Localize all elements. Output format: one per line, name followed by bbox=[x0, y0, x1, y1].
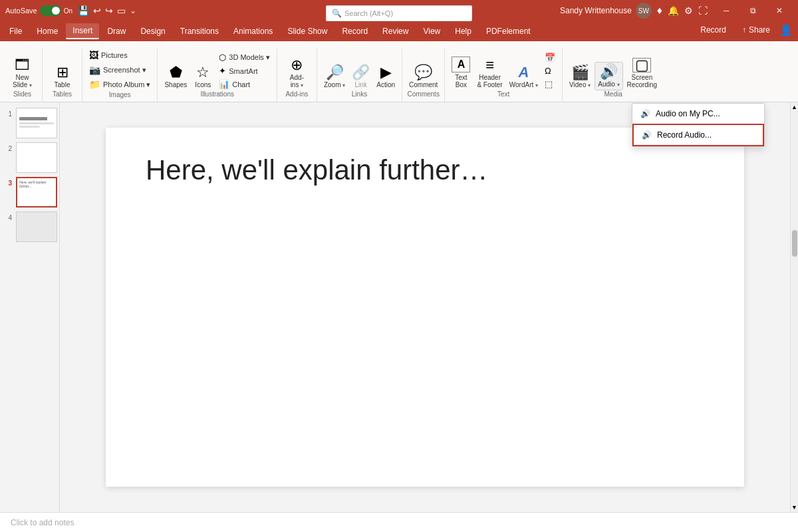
link-button[interactable]: 🔗 Link bbox=[349, 63, 372, 90]
autosave-toggle[interactable]: AutoSave On bbox=[5, 5, 72, 16]
tables-group-label: Tables bbox=[47, 90, 78, 99]
slide-img-4 bbox=[16, 211, 57, 242]
pictures-button[interactable]: 🖼 Pictures bbox=[86, 49, 130, 62]
slide-canvas[interactable]: Here, we'll explain further… bbox=[106, 128, 744, 487]
wordart-button[interactable]: A WordArt ▾ bbox=[507, 63, 541, 90]
record-audio-label: Record Audio... bbox=[657, 130, 712, 140]
screen-recording-button[interactable]: ▢ ScreenRecording bbox=[624, 56, 660, 90]
slide-thumb-4[interactable]: 4 bbox=[4, 211, 55, 242]
main-area: 1 2 3 Here, we'll explain further... bbox=[0, 102, 798, 512]
icons-button[interactable]: ☆ Icons bbox=[192, 63, 213, 90]
diamond-icon[interactable]: ♦ bbox=[657, 5, 662, 17]
icons-icon: ☆ bbox=[196, 65, 209, 80]
audio-dropdown: 🔊 Audio on My PC... 🔊 Record Audio... bbox=[632, 103, 765, 147]
ribbon-items-links: 🔎 Zoom ▾ 🔗 Link ▶ Action bbox=[321, 49, 398, 90]
addins-group-label: Add-ins bbox=[281, 90, 313, 99]
slides-group-label: Slides bbox=[7, 90, 38, 99]
customize-icon[interactable]: ⌄ bbox=[130, 6, 136, 15]
menu-review[interactable]: Review bbox=[376, 24, 415, 39]
slide-thumb-3[interactable]: 3 Here, we'll explain further... bbox=[4, 177, 55, 207]
ribbon-items-illustrations: ⬟ Shapes ☆ Icons ⬡ 3D Models ▾ ✦ SmartAr… bbox=[162, 49, 272, 90]
settings-icon[interactable]: ⚙ bbox=[684, 5, 693, 16]
menu-pdfelement[interactable]: PDFelement bbox=[479, 24, 537, 39]
zoom-button[interactable]: 🔎 Zoom ▾ bbox=[321, 63, 348, 90]
notes-bar[interactable]: Click to add notes bbox=[0, 512, 798, 532]
search-icon: 🔍 bbox=[332, 9, 342, 18]
search-bar[interactable]: 🔍 Search (Alt+Q) bbox=[326, 5, 472, 21]
bell-icon[interactable]: 🔔 bbox=[668, 5, 679, 16]
save-icon[interactable]: 💾 bbox=[78, 5, 89, 16]
slide-img-1 bbox=[16, 108, 57, 138]
menu-insert[interactable]: Insert bbox=[66, 23, 99, 39]
present-icon[interactable]: ▭ bbox=[117, 5, 126, 16]
chart-label: Chart bbox=[232, 80, 250, 88]
slide-img-3: Here, we'll explain further... bbox=[16, 177, 57, 207]
ribbon-group-comments: 💬 Comment Comments bbox=[402, 49, 445, 102]
fullscreen-icon[interactable]: ⛶ bbox=[698, 5, 708, 16]
restore-button[interactable]: ⧉ bbox=[739, 0, 766, 21]
slide-num-2: 2 bbox=[4, 145, 12, 152]
title-bar-right: Sandy Writtenhouse SW ♦ 🔔 ⚙ ⛶ ─ ⧉ ✕ bbox=[560, 0, 793, 21]
record-button[interactable]: Record bbox=[686, 23, 733, 37]
shapes-button[interactable]: ⬟ Shapes bbox=[162, 63, 190, 90]
minimize-button[interactable]: ─ bbox=[713, 0, 739, 21]
menu-file[interactable]: File bbox=[3, 24, 29, 39]
undo-icon[interactable]: ↩ bbox=[93, 5, 101, 16]
action-button[interactable]: ▶ Action bbox=[374, 63, 398, 90]
scrollbar-thumb bbox=[792, 230, 797, 257]
video-button[interactable]: 🎬 Video ▾ bbox=[567, 63, 593, 90]
menu-design[interactable]: Design bbox=[134, 24, 172, 39]
header-footer-button[interactable]: ≡ Header& Footer bbox=[474, 56, 505, 90]
menu-draw[interactable]: Draw bbox=[100, 24, 132, 39]
new-slide-button[interactable]: 🗔 NewSlide ▾ bbox=[10, 56, 35, 90]
link-label: Link bbox=[355, 81, 367, 88]
ribbon-items-slides: 🗔 NewSlide ▾ bbox=[7, 49, 38, 90]
symbols-button[interactable]: Ω bbox=[542, 65, 558, 77]
redo-icon[interactable]: ↪ bbox=[105, 5, 113, 16]
audio-button[interactable]: 🔊 Audio ▾ bbox=[595, 62, 622, 90]
object-button[interactable]: ⬚ bbox=[542, 78, 558, 90]
photo-album-button[interactable]: 📁 Photo Album ▾ bbox=[86, 78, 153, 91]
menu-home[interactable]: Home bbox=[30, 24, 65, 39]
audio-on-pc-item[interactable]: 🔊 Audio on My PC... bbox=[632, 104, 764, 124]
slide-thumb-2[interactable]: 2 bbox=[4, 142, 55, 173]
chart-button[interactable]: 📊 Chart bbox=[216, 78, 273, 90]
date-time-button[interactable]: 📅 bbox=[542, 51, 558, 64]
slide-num-1: 1 bbox=[4, 110, 12, 118]
profile-icon[interactable]: 👤 bbox=[779, 24, 793, 37]
text-group-label: Text bbox=[449, 90, 558, 99]
menu-animations[interactable]: Animations bbox=[227, 24, 279, 39]
ribbon-group-slides: 🗔 NewSlide ▾ Slides bbox=[3, 49, 43, 102]
table-label: Table bbox=[55, 81, 70, 88]
menu-help[interactable]: Help bbox=[448, 24, 478, 39]
scroll-down-button[interactable]: ▼ bbox=[790, 503, 798, 512]
screenshot-label: Screenshot ▾ bbox=[103, 66, 146, 74]
scrollbar-track[interactable] bbox=[791, 112, 798, 503]
autosave-track[interactable] bbox=[40, 5, 61, 16]
3d-models-button[interactable]: ⬡ 3D Models ▾ bbox=[216, 51, 273, 64]
comment-icon: 💬 bbox=[414, 65, 432, 80]
user-name: Sandy Writtenhouse bbox=[560, 6, 632, 15]
menu-slideshow[interactable]: Slide Show bbox=[281, 24, 334, 39]
addins-icon: ⊕ bbox=[291, 58, 303, 72]
table-button[interactable]: ⊞ Table bbox=[52, 63, 73, 90]
shapes-icon: ⬟ bbox=[170, 65, 182, 80]
record-audio-item[interactable]: 🔊 Record Audio... bbox=[632, 124, 764, 146]
close-button[interactable]: ✕ bbox=[766, 0, 793, 21]
addins-button[interactable]: ⊕ Add-ins ▾ bbox=[287, 56, 307, 90]
textbox-icon: A bbox=[452, 57, 470, 72]
autosave-state: On bbox=[64, 7, 72, 15]
ribbon-items-text: A TextBox ≡ Header& Footer A WordArt ▾ 📅… bbox=[449, 49, 558, 90]
menu-record[interactable]: Record bbox=[335, 24, 374, 39]
smartart-button[interactable]: ✦ SmartArt bbox=[216, 65, 273, 77]
slide-img-2 bbox=[16, 142, 57, 173]
ribbon-group-addins: ⊕ Add-ins ▾ Add-ins bbox=[277, 49, 317, 102]
scroll-up-button[interactable]: ▲ bbox=[790, 102, 798, 112]
share-button[interactable]: ↑ Share bbox=[735, 23, 777, 37]
slide-thumb-1[interactable]: 1 bbox=[4, 108, 55, 138]
menu-transitions[interactable]: Transitions bbox=[174, 24, 225, 39]
comment-button[interactable]: 💬 Comment bbox=[406, 63, 440, 90]
screenshot-button[interactable]: 📷 Screenshot ▾ bbox=[86, 63, 149, 76]
menu-view[interactable]: View bbox=[416, 24, 447, 39]
textbox-button[interactable]: A TextBox bbox=[449, 55, 473, 90]
